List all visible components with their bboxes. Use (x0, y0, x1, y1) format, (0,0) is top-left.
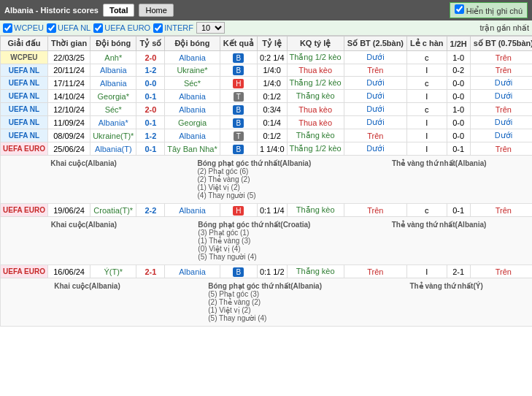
result-cell: H (220, 204, 257, 217)
table-row[interactable]: UEFA NL17/11/24Albania0-0Séc*H1/4:0Thắng… (1, 77, 533, 90)
tyle-cell: 0:1/2 (257, 129, 287, 142)
count-select[interactable]: 102030 (196, 22, 225, 34)
tyle-cell: 1/4:0 (257, 77, 287, 90)
score-cell: 0-1 (136, 116, 165, 129)
team2-cell[interactable]: Albania (165, 204, 220, 217)
filter-uefanl[interactable]: UEFA NL (47, 23, 90, 33)
half-cell: 0-1 (447, 142, 470, 156)
sobt075-cell: Trên (470, 265, 532, 278)
lec-cell: I (407, 129, 447, 142)
tyle-cell: 1/4:0 (257, 64, 287, 77)
table-header-row: Giải đấu Thời gian Đội bóng Tỷ số Đội bó… (1, 37, 533, 51)
tyle-cell: 0:1 1/4 (257, 204, 287, 217)
lec-cell: c (407, 204, 447, 217)
tab-total[interactable]: Total (103, 4, 134, 17)
team1-cell[interactable]: Ý(T)* (90, 265, 136, 278)
team1-cell[interactable]: Albania (90, 64, 136, 77)
team2-cell[interactable]: Albania (165, 103, 220, 116)
sobt075-cell: Trên (470, 103, 532, 116)
date-cell: 20/11/24 (47, 64, 90, 77)
team1-cell[interactable]: Ukraine(T)* (90, 129, 136, 142)
team2-cell[interactable]: Albania (165, 129, 220, 142)
tyle-cell: 0:1/2 (257, 90, 287, 103)
lec-cell: I (407, 116, 447, 129)
table-row[interactable]: WCPEU22/03/25Anh*2-0AlbaniaB0:2 1/4Thắng… (1, 51, 533, 64)
result-cell: B (220, 64, 257, 77)
half-cell: 0-2 (447, 64, 470, 77)
half-cell: 0-0 (447, 129, 470, 142)
table-row[interactable]: UEFA NL14/10/24Georgia*0-1AlbaniaT0:1/2T… (1, 90, 533, 103)
team1-cell[interactable]: Anh* (90, 51, 136, 64)
sobt075-cell: Dưới (470, 129, 532, 142)
comp-cell: UEFA NL (1, 129, 48, 142)
sobt-cell: Dưới (344, 103, 406, 116)
team1-cell[interactable]: Albania(T) (90, 142, 136, 156)
expand-content: Khai cuộc(Albania)Bóng phạt góc thứ nhất… (1, 217, 533, 265)
team2-cell[interactable]: Albania (165, 265, 220, 278)
sobt075-cell: Trên (470, 51, 532, 64)
header-doi-bong-2: Đội bóng (165, 37, 220, 51)
table-row[interactable]: UEFA NL20/11/24Albania1-2Ukraine*B1/4:0T… (1, 64, 533, 77)
filter-uefaeuro[interactable]: UEFA EURO (93, 23, 150, 33)
team2-cell[interactable]: Albania (165, 51, 220, 64)
page-title: Albania - Historic scores (4, 6, 99, 15)
date-cell: 19/06/24 (47, 204, 90, 217)
team2-cell[interactable]: Séc* (165, 77, 220, 90)
lec-cell: I (407, 265, 447, 278)
team1-cell[interactable]: Albania* (90, 116, 136, 129)
team2-cell[interactable]: Albania (165, 90, 220, 103)
tab-home[interactable]: Home (139, 4, 173, 17)
team2-cell[interactable]: Tây Ban Nha* (165, 142, 220, 156)
score-cell: 2-1 (136, 265, 165, 278)
team1-cell[interactable]: Georgia* (90, 90, 136, 103)
table-row[interactable]: UEFA NL08/09/24Ukraine(T)*1-2AlbaniaT0:1… (1, 129, 533, 142)
team1-cell[interactable]: Séc* (90, 103, 136, 116)
team1-cell[interactable]: Albania (90, 77, 136, 90)
header-kq-ty-le: KQ tý lệ (287, 37, 344, 51)
table-row[interactable]: UEFA EURO25/06/24Albania(T)0-1Tây Ban Nh… (1, 142, 533, 156)
sobt-cell: Dưới (344, 116, 406, 129)
sobt-cell: Trên (344, 64, 406, 77)
lec-cell: I (407, 142, 447, 156)
legend-toggle[interactable]: Hiển thị ghi chú (450, 2, 528, 18)
team2-cell[interactable]: Georgia (165, 116, 220, 129)
last-label: trận gần nhất (480, 23, 529, 33)
kqtyle-cell: Thắng 1/2 kèo (287, 77, 344, 90)
table-row[interactable]: UEFA NL12/10/24Séc*2-0AlbaniaB0:3/4Thua … (1, 103, 533, 116)
sobt-cell: Dưới (344, 142, 406, 156)
tyle-cell: 0:2 1/4 (257, 51, 287, 64)
expand-col: Khai cuộc(Albania) (51, 221, 117, 261)
kqtyle-cell: Thắng kèo (287, 90, 344, 103)
tyle-cell: 0:3/4 (257, 103, 287, 116)
legend-checkbox[interactable] (455, 4, 464, 14)
comp-cell: UEFA NL (1, 103, 48, 116)
team2-cell[interactable]: Ukraine* (165, 64, 220, 77)
kqtyle-cell: Thắng kèo (287, 129, 344, 142)
table-row[interactable]: UEFA NL11/09/24Albania*0-1GeorgiaB0:1/4T… (1, 116, 533, 129)
team1-cell[interactable]: Croatia(T)* (90, 204, 136, 217)
kqtyle-cell: Thắng 1/2 kèo (287, 142, 344, 156)
filter-interf[interactable]: INTERF (153, 23, 193, 33)
table-row[interactable]: UEFA EURO16/06/24Ý(T)*2-1AlbaniaB0:1 1/2… (1, 265, 533, 278)
table-row[interactable]: UEFA EURO19/06/24Croatia(T)*2-2AlbaniaH0… (1, 204, 533, 217)
filter-wcpeu[interactable]: WCPEU (3, 23, 44, 33)
comp-cell: UEFA EURO (1, 265, 48, 278)
half-cell: 1-0 (447, 103, 470, 116)
expand-row: Khai cuộc(Albania)Bóng phạt góc thứ nhất… (1, 278, 533, 327)
half-cell: 0-1 (447, 204, 470, 217)
lec-cell: I (407, 64, 447, 77)
expand-content: Khai cuộc(Albania)Bóng phạt góc thứ nhất… (1, 156, 533, 204)
result-cell: H (220, 77, 257, 90)
sobt-cell: Trên (344, 129, 406, 142)
date-cell: 17/11/24 (47, 77, 90, 90)
kqtyle-cell: Thắng 1/2 kèo (287, 51, 344, 64)
header-le-c: Lẻ c hàn (407, 37, 447, 51)
expand-col: Thẻ vàng thứ nhất(Albania) (392, 159, 487, 199)
lec-cell: I (407, 90, 447, 103)
sobt-cell: Dưới (344, 51, 406, 64)
main-table: Giải đấu Thời gian Đội bóng Tỷ số Đội bó… (0, 36, 532, 327)
header-giai-dau: Giải đấu (1, 37, 48, 51)
half-cell: 0-0 (447, 90, 470, 103)
expand-col: Khai cuộc(Albania) (50, 159, 116, 199)
half-cell: 0-0 (447, 77, 470, 90)
